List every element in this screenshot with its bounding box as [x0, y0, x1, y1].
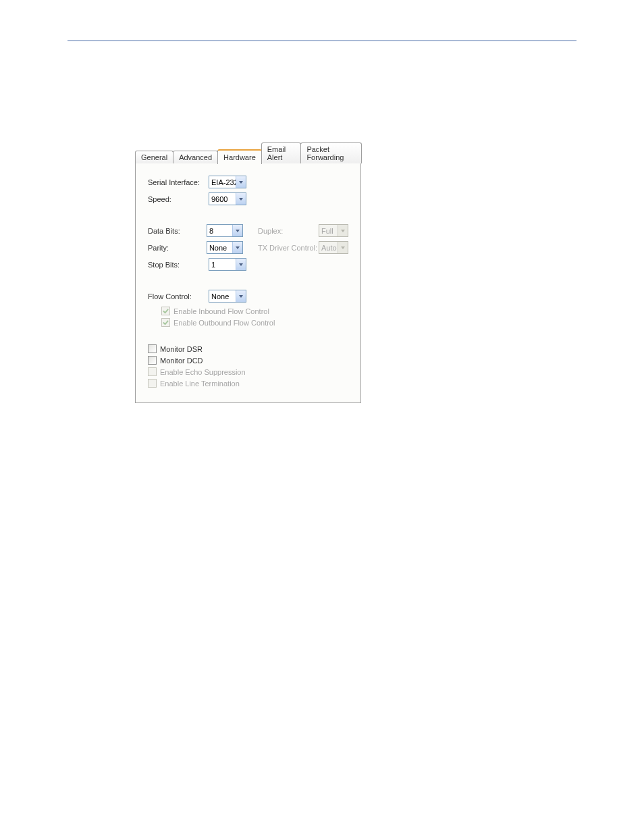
- enable-line-termination-label: Enable Line Termination: [160, 380, 240, 388]
- enable-inbound-flow-label: Enable Inbound Flow Control: [173, 307, 269, 315]
- data-bits-select[interactable]: 8: [207, 224, 243, 237]
- chevron-down-icon: [236, 290, 246, 302]
- enable-line-termination-row: Enable Line Termination: [148, 379, 348, 388]
- enable-echo-suppression-label: Enable Echo Suppression: [160, 368, 246, 376]
- parity-label: Parity:: [148, 244, 207, 252]
- serial-interface-label: Serial Interface:: [148, 178, 209, 186]
- chevron-down-icon: [236, 193, 246, 205]
- tab-packet-forwarding[interactable]: Packet Forwarding: [300, 142, 362, 163]
- tx-driver-control-label: TX Driver Control:: [258, 244, 319, 252]
- serial-interface-select[interactable]: EIA-232: [209, 176, 246, 188]
- checkmark-icon: [163, 308, 169, 314]
- parity-select[interactable]: None: [207, 241, 243, 254]
- monitor-dsr-checkbox[interactable]: [148, 344, 157, 353]
- data-bits-value: 8: [207, 227, 232, 235]
- stop-bits-value: 1: [209, 261, 236, 269]
- tx-driver-control-select: Auto: [319, 241, 348, 254]
- chevron-down-icon: [236, 259, 246, 270]
- enable-outbound-flow-label: Enable Outbound Flow Control: [173, 319, 275, 327]
- duplex-label: Duplex:: [258, 227, 319, 235]
- duplex-select: Full: [319, 224, 348, 237]
- monitor-dcd-row[interactable]: Monitor DCD: [148, 356, 348, 365]
- monitor-dcd-checkbox[interactable]: [148, 356, 157, 365]
- speed-select[interactable]: 9600: [209, 192, 246, 205]
- flow-control-value: None: [209, 292, 236, 301]
- enable-inbound-flow-checkbox: [161, 307, 170, 315]
- enable-outbound-flow-checkbox: [161, 318, 170, 327]
- tab-advanced[interactable]: Advanced: [173, 151, 218, 163]
- chevron-down-icon: [338, 242, 348, 253]
- monitor-dsr-label: Monitor DSR: [160, 345, 203, 353]
- checkmark-icon: [163, 319, 169, 325]
- tx-driver-control-value: Auto: [319, 244, 338, 252]
- flow-control-label: Flow Control:: [148, 292, 209, 301]
- chevron-down-icon: [338, 225, 348, 236]
- tab-general[interactable]: General: [135, 151, 173, 163]
- tab-hardware[interactable]: Hardware: [217, 149, 262, 164]
- speed-label: Speed:: [148, 195, 209, 203]
- tab-bar: General Advanced Hardware Email Alert Pa…: [135, 142, 361, 163]
- serial-interface-value: EIA-232: [209, 178, 236, 186]
- hardware-settings-dialog: General Advanced Hardware Email Alert Pa…: [135, 142, 361, 404]
- chevron-down-icon: [232, 242, 242, 253]
- chevron-down-icon: [236, 176, 246, 188]
- speed-value: 9600: [209, 195, 236, 203]
- enable-echo-suppression-row: Enable Echo Suppression: [148, 367, 348, 376]
- enable-outbound-flow-row: Enable Outbound Flow Control: [161, 318, 348, 327]
- enable-line-termination-checkbox: [148, 379, 157, 388]
- monitor-dcd-label: Monitor DCD: [160, 357, 203, 365]
- enable-echo-suppression-checkbox: [148, 367, 157, 376]
- flow-control-select[interactable]: None: [209, 290, 246, 303]
- stop-bits-select[interactable]: 1: [209, 258, 246, 271]
- tab-email-alert[interactable]: Email Alert: [261, 142, 302, 163]
- header-divider: [68, 41, 576, 41]
- enable-inbound-flow-row: Enable Inbound Flow Control: [161, 307, 348, 315]
- data-bits-label: Data Bits:: [148, 227, 207, 235]
- stop-bits-label: Stop Bits:: [148, 261, 209, 269]
- monitor-dsr-row[interactable]: Monitor DSR: [148, 344, 348, 353]
- parity-value: None: [207, 244, 232, 252]
- chevron-down-icon: [232, 225, 242, 236]
- hardware-tab-panel: Serial Interface: EIA-232 Speed: 9600 Da…: [135, 163, 361, 403]
- duplex-value: Full: [319, 227, 338, 235]
